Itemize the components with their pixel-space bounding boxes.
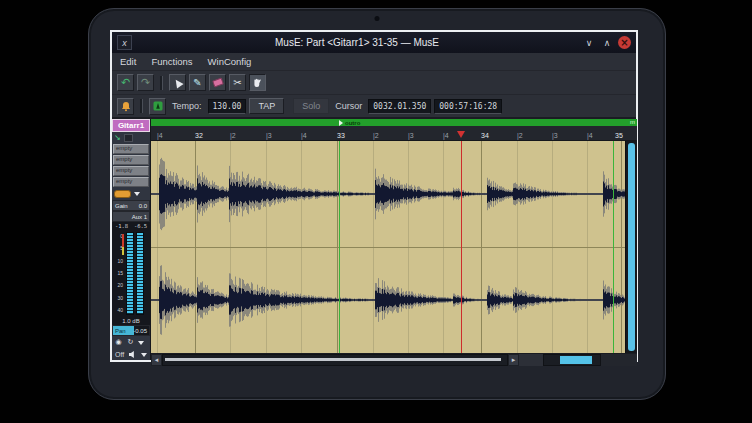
pan-slider[interactable]: Pan -0.05 <box>112 325 150 336</box>
menu-item-edit[interactable]: Edit <box>120 56 136 67</box>
part-arrow-icon[interactable]: ↘ <box>114 134 121 142</box>
track-panel: Gitarr1 ↘ empty empty empty empty Gain 0… <box>112 119 151 360</box>
meter-bar-right <box>136 232 144 315</box>
ruler-tick: |4 <box>587 132 593 139</box>
metronome-button[interactable] <box>117 98 134 115</box>
vertical-scrollbar[interactable] <box>625 141 637 353</box>
timeline-ruler[interactable]: |432|2|3|433|2|3|434|2|3|435 <box>151 126 637 141</box>
pan-tool-button[interactable] <box>249 74 266 91</box>
controller-slot[interactable]: empty <box>113 166 149 176</box>
aux-slider[interactable]: Aux 1 <box>112 211 150 222</box>
tempo-label: Tempo: <box>172 101 202 111</box>
zoom-slider-thumb[interactable] <box>560 356 592 364</box>
peak-left-value: -1.8 <box>115 223 128 229</box>
vertical-scroll-thumb[interactable] <box>628 143 635 351</box>
peak-right-value: -6.5 <box>134 223 147 229</box>
cursor-position-value: 0032.01.350 <box>368 99 431 114</box>
window-title: MusE: Part <Gitarr1> 31-35 — MusE <box>136 37 578 48</box>
ruler-tick: 32 <box>195 132 203 139</box>
scrollbar-spacer <box>519 354 543 366</box>
cutter-tool-button[interactable]: ✂ <box>229 74 246 91</box>
solo-button[interactable]: Solo <box>293 98 329 114</box>
muse-window: x MusE: Part <Gitarr1> 31-35 — MusE ∨ ∧ … <box>110 30 638 362</box>
tempo-value[interactable]: 130.00 <box>208 99 247 114</box>
pencil-tool-button[interactable]: ✎ <box>189 74 206 91</box>
bell-icon <box>121 101 131 112</box>
eraser-icon <box>212 78 224 88</box>
shade-icon[interactable]: ∨ <box>582 36 596 50</box>
wave-editor: outro m |432|2|3|433|2|3|434|2|3|435 <box>151 119 637 360</box>
part-chip-icon[interactable] <box>124 134 133 142</box>
meter-scale-label: 0 <box>120 234 123 239</box>
controller-slot[interactable]: empty <box>113 144 149 154</box>
ruler-tick: 34 <box>481 132 489 139</box>
camera-dot <box>375 16 380 21</box>
playhead-marker[interactable] <box>457 131 465 138</box>
scroll-right-icon[interactable]: ▸ <box>508 354 519 366</box>
marker-outro[interactable]: outro <box>339 119 360 126</box>
restore-icon[interactable]: ∧ <box>600 36 614 50</box>
output-row: Off <box>112 349 150 360</box>
horizontal-scrollbar: ◂ ▸ <box>151 353 637 366</box>
marker-label: outro <box>345 120 360 126</box>
tablet-frame: x MusE: Part <Gitarr1> 31-35 — MusE ∨ ∧ … <box>88 8 666 400</box>
ruler-tick: |4 <box>157 132 163 139</box>
ruler-tick: 33 <box>337 132 345 139</box>
ruler-tick: |3 <box>266 132 272 139</box>
menu-item-winconfig[interactable]: WinConfig <box>208 56 252 67</box>
meter-scale-label: 40 <box>117 308 123 313</box>
controller-slot[interactable]: empty <box>113 177 149 187</box>
main-area: Gitarr1 ↘ empty empty empty empty Gain 0… <box>112 118 636 360</box>
ruler-tick: |2 <box>230 132 236 139</box>
cursor-label: Cursor <box>335 101 362 111</box>
tempo-toggle-button[interactable] <box>149 98 166 115</box>
zoom-slider[interactable] <box>543 354 601 366</box>
meter-scale: 051015203040 <box>113 232 124 315</box>
horizontal-scroll-track[interactable] <box>162 354 508 366</box>
track-buttons-row: ◉ ↻ <box>112 336 150 349</box>
gain-value: 0.0 <box>139 203 147 209</box>
fader-value-label: 1.0 dB <box>112 317 150 325</box>
meter-scale-label: 20 <box>117 283 123 288</box>
route-down-icon[interactable] <box>134 192 140 196</box>
routing-row <box>112 188 150 200</box>
gain-slider[interactable]: Gain 0.0 <box>112 200 150 211</box>
undo-button[interactable]: ↶ <box>117 74 134 91</box>
toolbar-separator <box>140 99 143 113</box>
ruler-corner <box>625 126 637 140</box>
stereo-toggle-icon[interactable] <box>114 190 131 198</box>
marker-strip[interactable]: outro m <box>151 119 637 126</box>
meter-scale-label: 15 <box>117 271 123 276</box>
menu-item-functions[interactable]: Functions <box>151 56 192 67</box>
waveform-canvas[interactable] <box>151 141 625 353</box>
pan-value: -0.05 <box>133 328 149 334</box>
ruler-tick: |2 <box>373 132 379 139</box>
speaker-dropdown-icon[interactable] <box>141 353 147 357</box>
edit-toolbar: ↶ ↷ ✎ ✂ <box>112 71 636 95</box>
ruler-tick: |4 <box>443 132 449 139</box>
titlebar[interactable]: x MusE: Part <Gitarr1> 31-35 — MusE ∨ ∧ … <box>112 32 636 53</box>
close-icon[interactable]: × <box>618 36 631 49</box>
ruler-tick: |4 <box>301 132 307 139</box>
ruler-tick: |3 <box>408 132 414 139</box>
meter-bar-left <box>126 232 134 315</box>
track-name-label[interactable]: Gitarr1 <box>112 119 150 132</box>
dropdown-arrow-icon[interactable] <box>138 341 144 345</box>
meter-scale-label: 30 <box>117 296 123 301</box>
controller-slot[interactable]: empty <box>113 155 149 165</box>
speaker-icon[interactable] <box>128 350 137 359</box>
redo-button[interactable]: ↷ <box>137 74 154 91</box>
tempo-icon <box>153 101 163 111</box>
scroll-left-icon[interactable]: ◂ <box>151 354 162 366</box>
power-icon[interactable]: ◉ <box>114 338 123 347</box>
cursor-time-value: 000:57:16:28 <box>434 99 502 114</box>
tap-button[interactable]: TAP <box>249 98 284 114</box>
cycle-icon[interactable]: ↻ <box>126 338 135 347</box>
horizontal-scroll-thumb[interactable] <box>165 358 501 361</box>
eraser-tool-button[interactable] <box>209 74 226 91</box>
pan-label: Pan <box>113 328 126 334</box>
pointer-tool-button[interactable] <box>169 74 186 91</box>
peak-readout-row: -1.8 -6.5 <box>112 222 150 230</box>
gain-label: Gain <box>115 203 128 209</box>
meter-scale-label: 5 <box>120 246 123 251</box>
